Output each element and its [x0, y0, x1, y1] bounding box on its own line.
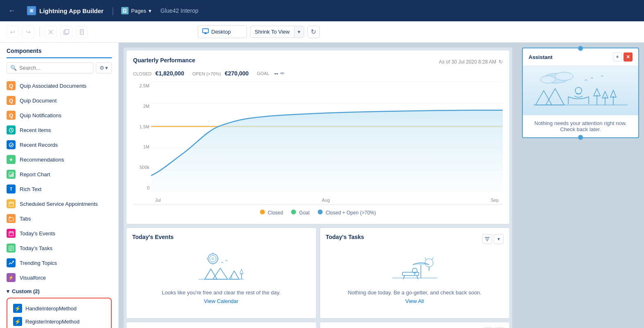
trending-topics-label: Trending Topics: [20, 260, 57, 266]
redo-button[interactable]: ↪: [22, 26, 34, 38]
assistant-card: Assistant + ✕: [522, 48, 639, 138]
recommendations-label: Recommendations: [20, 157, 64, 163]
visualforce-icon: ⚡: [7, 273, 16, 282]
view-all-link[interactable]: View All: [405, 298, 424, 304]
events-empty-text: Looks like you're free and clear the res…: [162, 289, 280, 296]
custom-item-handle[interactable]: ⚡ HandleInteropMethod: [11, 302, 108, 315]
search-box[interactable]: 🔍: [7, 62, 93, 73]
svg-line-76: [432, 257, 433, 260]
custom-item-register[interactable]: ⚡ RegisterInteropMethod: [11, 315, 108, 328]
closed-stat: CLOSED €1,820,000: [133, 70, 184, 77]
back-button[interactable]: ←: [5, 5, 19, 17]
search-icon: 🔍: [10, 65, 17, 71]
add-component-button[interactable]: +: [613, 52, 622, 61]
goal-dot: [291, 210, 296, 214]
second-row: Recent Records Key Deals - Recent Opport…: [126, 322, 510, 328]
sidebar-item-scheduled-service[interactable]: Scheduled Service Appointments: [0, 196, 118, 211]
delete-component-button[interactable]: ✕: [624, 52, 633, 61]
tasks-card-title: Today's Tasks: [326, 234, 364, 240]
sidebar-header: Components 🔍 ⚙ ▾: [0, 43, 118, 77]
filter-button[interactable]: [482, 234, 492, 244]
report-chart-label: Report Chart: [20, 171, 50, 178]
edit-goal-icon[interactable]: ✏: [280, 71, 285, 76]
recent-items-icon: [7, 125, 16, 134]
cut-button[interactable]: [45, 26, 57, 38]
svg-rect-33: [9, 232, 14, 236]
resize-handle-bottom[interactable]: [578, 135, 583, 140]
svg-rect-26: [12, 173, 13, 176]
x-axis: Jul Aug Sep: [151, 196, 503, 204]
assistant-illustration: [523, 66, 638, 115]
app-title: Lightning App Builder: [39, 7, 104, 14]
todays-events-label: Today's Events: [20, 230, 55, 237]
refresh-button[interactable]: ↻: [307, 26, 320, 38]
gear-button[interactable]: ⚙ ▾: [96, 62, 112, 73]
sidebar-item-trending-topics[interactable]: Trending Topics: [0, 255, 118, 270]
gear-chevron: ▾: [105, 65, 108, 71]
tasks-dropdown[interactable]: ▾: [494, 234, 504, 244]
quip-associated-label: Quip Associated Documents: [20, 83, 86, 89]
bottom-row: Today's Events: [126, 228, 510, 319]
sidebar-item-quip-associated[interactable]: Q Quip Associated Documents: [0, 78, 118, 93]
rich-text-icon: T: [7, 184, 16, 194]
recent-records-icon: [7, 140, 16, 149]
assistant-card-header: Assistant + ✕: [523, 48, 638, 66]
svg-line-69: [417, 276, 418, 279]
shrink-arrow[interactable]: ▾: [294, 26, 304, 37]
assistant-title: Assistant: [529, 54, 553, 60]
shrink-selector[interactable]: Shrink To View ▾: [250, 26, 304, 38]
register-interop-icon: ⚡: [13, 317, 22, 326]
todays-events-icon: [7, 229, 16, 238]
custom-chevron: ▾: [7, 288, 9, 294]
gear-icon: ⚙: [99, 65, 104, 71]
refresh-chart-icon[interactable]: ↻: [499, 59, 503, 65]
scheduled-service-icon: [7, 199, 16, 208]
top-nav: ← Lightning App Builder | Pages ▾ Glue42…: [0, 0, 644, 21]
events-card-title: Today's Events: [132, 234, 310, 240]
sidebar-item-todays-events[interactable]: Today's Events: [0, 226, 118, 241]
chart-area: 2.5M 2M 1.5M 1M 500k 0: [133, 82, 503, 205]
sidebar-item-quip-notifications[interactable]: Q Quip Notifications: [0, 108, 118, 123]
sidebar-item-todays-tasks[interactable]: Today's Tasks: [0, 241, 118, 255]
sidebar-item-visualforce[interactable]: ⚡ Visualforce: [0, 270, 118, 285]
sidebar-item-tabs[interactable]: Tabs: [0, 211, 118, 226]
search-row: 🔍 ⚙ ▾: [7, 62, 112, 73]
y-axis: 2.5M 2M 1.5M 1M 500k 0: [133, 82, 149, 192]
toolbar-right: Desktop Shrink To View ▾ ↻: [198, 25, 320, 38]
copy-button[interactable]: [60, 26, 72, 38]
pages-button[interactable]: Pages ▾: [117, 5, 156, 17]
search-input[interactable]: [19, 65, 90, 71]
view-calendar-link[interactable]: View Calendar: [204, 298, 238, 304]
chart-svg: [151, 82, 503, 192]
legend-open: Closed + Open (>70%): [318, 210, 376, 216]
svg-point-22: [9, 143, 13, 147]
custom-header[interactable]: ▾ Custom (2): [7, 288, 112, 294]
undo-button[interactable]: ↩: [7, 26, 19, 38]
svg-rect-32: [9, 216, 11, 218]
chart-title: Quarterly Performance: [133, 57, 195, 64]
tabs-label: Tabs: [20, 216, 31, 222]
canvas: Quarterly Performance As of 30 Jul 2020 …: [119, 43, 517, 328]
svg-line-75: [425, 257, 426, 260]
shrink-label: Shrink To View: [251, 26, 294, 37]
device-label: Desktop: [211, 29, 231, 35]
handle-interop-label: HandleInteropMethod: [25, 305, 77, 312]
sidebar-item-rich-text[interactable]: T Rich Text: [0, 182, 118, 196]
paste-button[interactable]: [76, 26, 88, 38]
resize-handle-top[interactable]: [578, 46, 583, 51]
sidebar-item-recent-records[interactable]: Recent Records: [0, 137, 118, 152]
quip-notifications-icon: Q: [7, 111, 16, 120]
tasks-empty-text: Nothing due today. Be a go-getter, and c…: [348, 289, 481, 296]
events-empty-state: Looks like you're free and clear the res…: [132, 244, 310, 312]
card-actions: + ✕: [613, 52, 633, 61]
key-deals-card: Key Deals - Recent Opportunities ▾: [320, 322, 510, 328]
legend-closed: Closed: [260, 210, 283, 216]
svg-rect-31: [9, 218, 14, 221]
sidebar-item-report-chart[interactable]: Report Chart: [0, 167, 118, 182]
sidebar-item-quip-document[interactable]: Q Quip Document: [0, 93, 118, 108]
sidebar-item-recommendations[interactable]: ★ Recommendations: [0, 152, 118, 167]
sidebar-item-recent-items[interactable]: Recent Items: [0, 123, 118, 137]
recent-records-label: Recent Records: [20, 142, 58, 148]
svg-point-91: [575, 87, 582, 94]
device-selector[interactable]: Desktop: [198, 25, 247, 38]
